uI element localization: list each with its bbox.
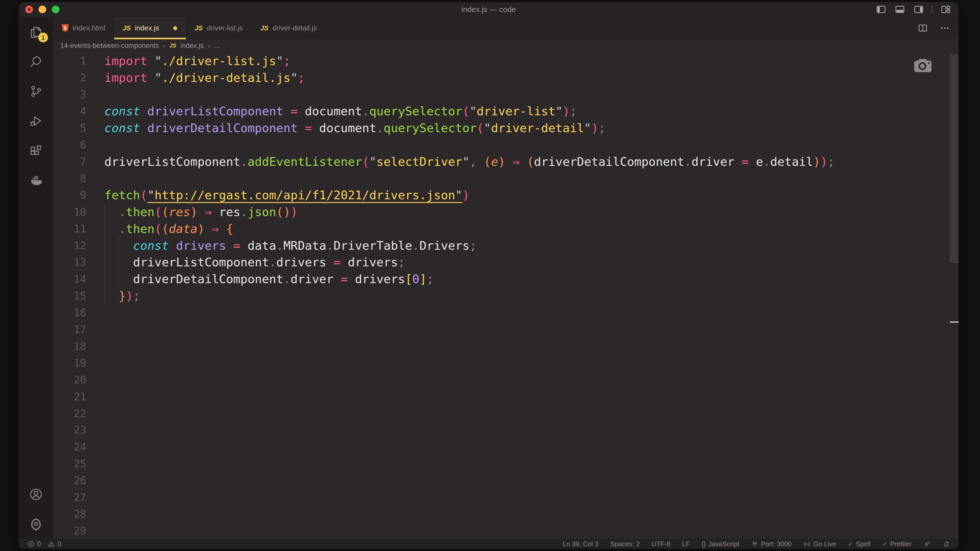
status-item-feedback[interactable] <box>923 540 931 548</box>
indent-guide <box>104 203 105 221</box>
activity-item-search[interactable] <box>19 47 53 76</box>
code-line-7[interactable]: 7driverListComponent.addEventListener("s… <box>53 153 959 170</box>
code-line-23[interactable]: 23 <box>53 422 959 439</box>
status-item-language-mode[interactable]: {}JavaScript <box>702 540 739 548</box>
js-file-icon: JS <box>123 24 131 32</box>
code-line-18[interactable]: 18 <box>53 338 959 355</box>
toggle-primary-sidebar-button[interactable] <box>875 4 886 15</box>
status-item-go-live[interactable]: Go Live <box>803 540 836 548</box>
toggle-panel-button[interactable] <box>894 4 905 15</box>
code-line-2[interactable]: 2import "./driver-detail.js"; <box>53 69 959 86</box>
status-item-errors[interactable]: 0 <box>27 540 41 548</box>
activity-bar: 1 <box>19 17 53 539</box>
split-editor-button[interactable] <box>918 23 928 33</box>
tab-index.js[interactable]: JSindex.js <box>114 17 186 39</box>
tab-index.html[interactable]: 5index.html <box>53 17 114 39</box>
line-content: driverListComponent.drivers = drivers; <box>104 256 405 269</box>
code-line-16[interactable]: 16 <box>53 304 959 321</box>
glyph-icon: ✓ <box>848 540 853 548</box>
status-item-warnings[interactable]: 0 <box>48 540 61 548</box>
status-item-spell[interactable]: ✓Spell <box>848 540 870 548</box>
indent-guide <box>104 254 105 271</box>
line-number: 8 <box>53 172 86 184</box>
code-line-27[interactable]: 27 <box>53 489 959 506</box>
code-line-17[interactable]: 17 <box>53 321 959 338</box>
workbench: 1 5index.htmlJSindex.jsJSdriver-list.jsJ… <box>19 17 959 539</box>
status-item-label: LF <box>682 540 690 548</box>
breadcrumb-folder[interactable]: 14-events-between-components <box>60 42 159 50</box>
status-item-encoding[interactable]: UTF-8 <box>652 540 670 548</box>
code-editor[interactable]: 1import "./driver-list.js";2import "./dr… <box>53 52 959 539</box>
code-line-21[interactable]: 21 <box>53 388 959 405</box>
status-item-prettier[interactable]: ✓Prettier <box>882 540 912 548</box>
line-number: 26 <box>53 475 86 487</box>
line-number: 15 <box>53 290 86 302</box>
window-title: index.js — code <box>19 2 959 17</box>
status-item-notifications[interactable] <box>942 540 950 548</box>
tab-label: index.js <box>135 24 159 32</box>
line-content: .then((res) ⇒ res.json()) <box>104 205 298 219</box>
more-actions-button[interactable] <box>940 23 950 33</box>
code-line-20[interactable]: 20 <box>53 372 959 388</box>
breadcrumb-symbol-more[interactable]: ... <box>215 42 220 50</box>
activity-item-settings[interactable] <box>19 509 53 539</box>
customize-layout-button[interactable] <box>940 4 951 15</box>
toggle-secondary-sidebar-button[interactable] <box>913 4 924 15</box>
code-line-10[interactable]: 10 .then((res) ⇒ res.json()) <box>53 203 959 221</box>
code-line-29[interactable]: 29 <box>53 522 959 539</box>
code-line-3[interactable]: 3 <box>53 86 959 103</box>
code-line-9[interactable]: 9fetch("http://ergast.com/api/f1/2021/dr… <box>53 187 959 203</box>
status-item-label: Prettier <box>890 540 912 548</box>
breadcrumb: 14-events-between-components › JS index.… <box>53 39 959 52</box>
status-item-eol[interactable]: LF <box>682 540 690 548</box>
account-icon <box>29 487 43 502</box>
activity-item-extensions[interactable] <box>19 136 53 165</box>
indent-guide <box>104 221 105 237</box>
tab-driver-detail.js[interactable]: JSdriver-detail.js <box>251 17 326 39</box>
code-line-26[interactable]: 26 <box>53 472 959 489</box>
code-line-4[interactable]: 4const driverListComponent = document.qu… <box>53 103 959 120</box>
status-item-indentation[interactable]: Spaces: 2 <box>610 540 640 548</box>
status-item-cursor-position[interactable]: Ln 39, Col 3 <box>563 540 598 548</box>
code-line-24[interactable]: 24 <box>53 438 959 455</box>
line-content: const drivers = data.MRData.DriverTable.… <box>104 239 477 252</box>
status-item-label: Go Live <box>813 540 836 548</box>
line-number: 24 <box>53 441 86 453</box>
gear-icon <box>29 516 43 531</box>
code-line-6[interactable]: 6 <box>53 137 959 153</box>
code-line-15[interactable]: 15 }); <box>53 287 959 304</box>
line-number: 14 <box>53 273 86 285</box>
line-content: fetch("http://ergast.com/api/f1/2021/dri… <box>104 188 469 202</box>
line-number: 4 <box>53 105 86 118</box>
code-line-22[interactable]: 22 <box>53 405 959 422</box>
activity-item-accounts[interactable] <box>19 480 53 509</box>
code-line-11[interactable]: 11 .then((data) ⇒ { <box>53 221 959 237</box>
line-content: import "./driver-detail.js"; <box>104 71 305 85</box>
tab-label: index.html <box>73 24 105 32</box>
code-line-28[interactable]: 28 <box>53 506 959 523</box>
window-layout-controls <box>875 2 951 17</box>
camera-icon[interactable] <box>910 54 936 76</box>
line-number: 1 <box>53 55 86 67</box>
line-number: 7 <box>53 156 86 168</box>
tab-driver-list.js[interactable]: JSdriver-list.js <box>186 17 251 39</box>
activity-item-explorer[interactable]: 1 <box>19 17 53 47</box>
scrollbar[interactable] <box>950 54 959 263</box>
code-line-5[interactable]: 5const driverDetailComponent = document.… <box>53 120 959 137</box>
code-line-1[interactable]: 1import "./driver-list.js"; <box>53 52 959 69</box>
status-item-port[interactable]: Port: 3000 <box>751 540 792 548</box>
code-line-13[interactable]: 13 driverListComponent.drivers = drivers… <box>53 254 959 271</box>
breadcrumb-file[interactable]: index.js <box>180 42 204 50</box>
activity-item-docker[interactable] <box>19 165 53 195</box>
activity-item-run-and-debug[interactable] <box>19 106 53 136</box>
code-line-8[interactable]: 8 <box>53 170 959 187</box>
code-line-12[interactable]: 12 const drivers = data.MRData.DriverTab… <box>53 237 959 254</box>
line-number: 20 <box>53 374 86 386</box>
activity-item-source-control[interactable] <box>19 76 53 106</box>
code-line-19[interactable]: 19 <box>53 354 959 372</box>
search-icon <box>29 54 43 69</box>
code-line-14[interactable]: 14 driverDetailComponent.driver = driver… <box>53 271 959 287</box>
line-number: 22 <box>53 407 86 420</box>
error-circle-icon <box>27 540 35 548</box>
code-line-25[interactable]: 25 <box>53 455 959 472</box>
